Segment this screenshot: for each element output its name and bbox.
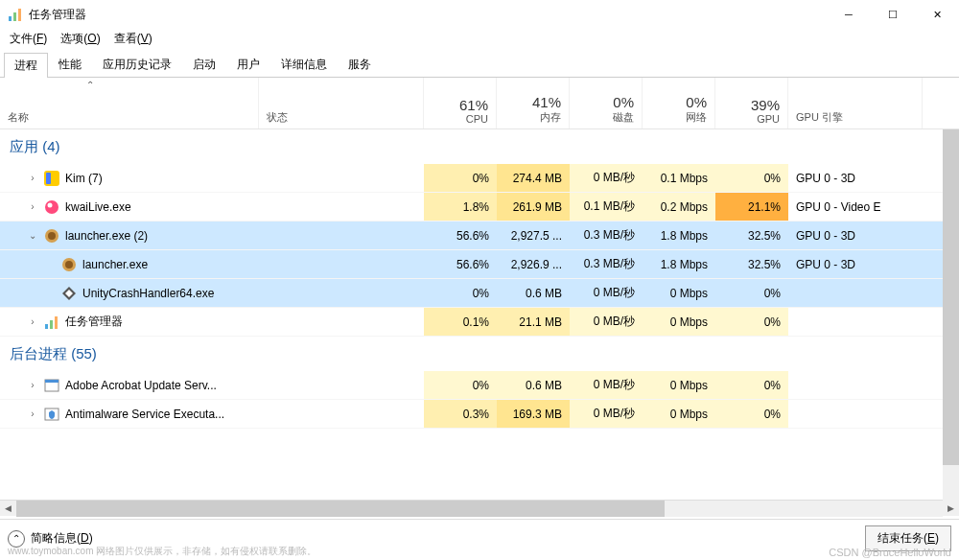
tab-5[interactable]: 详细信息	[270, 52, 338, 77]
process-name: launcher.exe	[82, 258, 148, 271]
process-name-cell: ›Adobe Acrobat Update Serv...	[0, 371, 259, 399]
menubar: 文件(F)选项(O)查看(V)	[0, 29, 959, 48]
network-cell: 1.8 Mbps	[643, 222, 715, 249]
column-disk[interactable]: 0% 磁盘	[570, 78, 643, 128]
process-icon	[61, 257, 77, 272]
tab-0[interactable]: 进程	[4, 53, 48, 78]
status-cell	[259, 308, 424, 336]
watermark-left: www.toymoban.com 网络图片仅供展示，非存储，如有侵权请联系删除。	[8, 545, 316, 558]
process-icon	[44, 171, 59, 186]
table-row[interactable]: ⌄launcher.exe (2)56.6%2,927.5 ...0.3 MB/…	[0, 222, 959, 250]
network-cell: 0.1 Mbps	[643, 164, 715, 192]
process-table[interactable]: ⌃ 名称 状态 61% CPU 41% 内存 0% 磁盘 0% 网络	[0, 78, 959, 500]
column-network[interactable]: 0% 网络	[643, 78, 715, 128]
gpu-engine-cell	[788, 400, 923, 428]
column-name[interactable]: 名称	[0, 78, 259, 128]
gpu-cell: 0%	[715, 371, 788, 399]
process-name: kwaiLive.exe	[65, 200, 131, 214]
titlebar: 任务管理器 ─ ☐ ✕	[0, 0, 959, 29]
process-name-cell: UnityCrashHandler64.exe	[0, 279, 259, 307]
tab-4[interactable]: 用户	[226, 52, 270, 77]
svg-rect-4	[46, 173, 51, 184]
process-icon	[44, 228, 59, 244]
tabs: 进程性能应用历史记录启动用户详细信息服务	[0, 52, 959, 78]
tab-2[interactable]: 应用历史记录	[92, 52, 182, 77]
memory-cell: 169.3 MB	[497, 400, 570, 428]
close-button[interactable]: ✕	[915, 0, 959, 29]
sort-indicator-icon: ⌃	[86, 80, 94, 90]
process-icon	[44, 199, 59, 215]
status-cell	[259, 193, 424, 221]
horizontal-scrollbar[interactable]: ◀ ▶	[0, 500, 959, 516]
expand-toggle[interactable]: ›	[27, 316, 38, 327]
table-row[interactable]: ›Antimalware Service Executa...0.3%169.3…	[0, 400, 959, 429]
disk-cell: 0.3 MB/秒	[570, 250, 643, 278]
svg-rect-0	[9, 16, 12, 21]
network-cell: 0.2 Mbps	[643, 193, 715, 221]
network-cell: 0 Mbps	[643, 308, 715, 336]
scroll-right-button[interactable]: ▶	[943, 501, 959, 517]
disk-cell: 0.3 MB/秒	[570, 222, 643, 249]
process-name-cell: ›kwaiLive.exe	[0, 193, 259, 221]
gpu-engine-cell: GPU 0 - 3D	[788, 164, 923, 192]
vertical-scrollbar[interactable]	[943, 129, 959, 502]
app-icon	[8, 7, 23, 22]
tab-3[interactable]: 启动	[182, 52, 226, 77]
disk-cell: 0 MB/秒	[570, 308, 643, 336]
gpu-engine-cell: GPU 0 - Video E	[788, 193, 923, 221]
column-status[interactable]: 状态	[259, 78, 424, 128]
status-cell	[259, 250, 424, 278]
expand-toggle[interactable]: ›	[27, 173, 38, 183]
expand-toggle[interactable]: ›	[27, 408, 38, 419]
disk-cell: 0 MB/秒	[570, 400, 643, 428]
table-row[interactable]: launcher.exe56.6%2,926.9 ...0.3 MB/秒1.8 …	[0, 250, 959, 279]
column-memory[interactable]: 41% 内存	[497, 78, 570, 128]
column-cpu[interactable]: 61% CPU	[424, 78, 497, 128]
process-name-cell: ⌄launcher.exe (2)	[0, 222, 259, 249]
memory-cell: 0.6 MB	[497, 371, 570, 399]
svg-rect-13	[45, 324, 48, 329]
network-cell: 0 Mbps	[643, 400, 715, 428]
status-cell	[259, 400, 424, 428]
table-header: ⌃ 名称 状态 61% CPU 41% 内存 0% 磁盘 0% 网络	[0, 78, 959, 129]
menu-v[interactable]: 查看(V)	[108, 29, 158, 49]
watermark-right: CSDN @BruceHelloWorld	[829, 547, 951, 558]
process-icon	[61, 286, 77, 301]
content-area: ⌃ 名称 状态 61% CPU 41% 内存 0% 磁盘 0% 网络	[0, 78, 959, 519]
gpu-cell: 0%	[715, 279, 788, 307]
process-name-cell: ›Kim (7)	[0, 164, 259, 192]
tab-6[interactable]: 服务	[338, 52, 382, 77]
cpu-cell: 0%	[424, 279, 497, 307]
process-name: UnityCrashHandler64.exe	[82, 287, 214, 300]
table-row[interactable]: ›Adobe Acrobat Update Serv...0%0.6 MB0 M…	[0, 371, 959, 400]
table-row[interactable]: UnityCrashHandler64.exe0%0.6 MB0 MB/秒0 M…	[0, 279, 959, 308]
column-gpu[interactable]: 39% GPU	[715, 78, 788, 128]
horizontal-scrollbar-track[interactable]	[16, 501, 943, 517]
column-gpu-engine[interactable]: GPU 引擎	[788, 78, 923, 128]
process-name-cell: ›Antimalware Service Executa...	[0, 400, 259, 428]
svg-point-10	[65, 261, 73, 268]
expand-toggle[interactable]: ›	[27, 201, 38, 212]
group-header-background: 后台进程 (55)	[0, 337, 959, 371]
network-cell: 0 Mbps	[643, 279, 715, 307]
maximize-button[interactable]: ☐	[871, 0, 915, 29]
scroll-left-button[interactable]: ◀	[0, 501, 16, 517]
memory-cell: 2,926.9 ...	[497, 250, 570, 278]
status-cell	[259, 279, 424, 307]
vertical-scrollbar-thumb[interactable]	[943, 129, 959, 465]
table-row[interactable]: ›Kim (7)0%274.4 MB0 MB/秒0.1 Mbps0%GPU 0 …	[0, 164, 959, 193]
disk-cell: 0 MB/秒	[570, 371, 643, 399]
group-header-apps: 应用 (4)	[0, 129, 959, 164]
minimize-button[interactable]: ─	[827, 0, 871, 29]
expand-toggle[interactable]: ⌄	[27, 230, 38, 241]
expand-toggle[interactable]: ›	[27, 380, 38, 390]
menu-o[interactable]: 选项(O)	[55, 29, 105, 49]
svg-point-6	[48, 202, 53, 207]
gpu-cell: 32.5%	[715, 222, 788, 249]
menu-f[interactable]: 文件(F)	[4, 29, 53, 49]
table-row[interactable]: ›kwaiLive.exe1.8%261.9 MB0.1 MB/秒0.2 Mbp…	[0, 193, 959, 222]
tab-1[interactable]: 性能	[48, 52, 92, 77]
horizontal-scrollbar-thumb[interactable]	[16, 501, 665, 517]
table-row[interactable]: ›任务管理器0.1%21.1 MB0 MB/秒0 Mbps0%	[0, 308, 959, 337]
process-name: Adobe Acrobat Update Serv...	[65, 379, 217, 392]
